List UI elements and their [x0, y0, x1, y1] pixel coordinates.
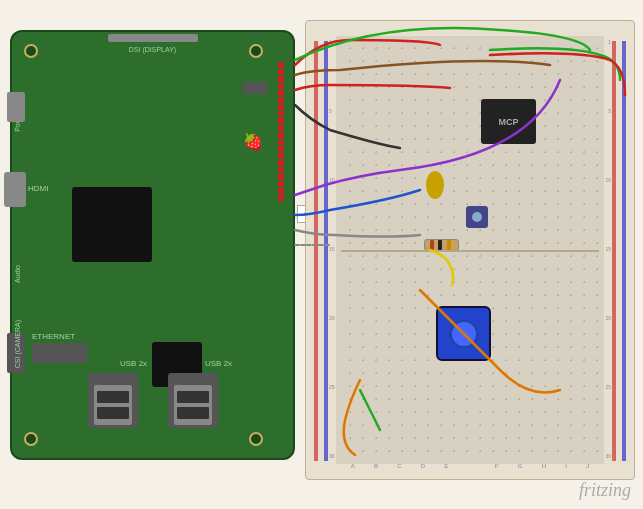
dsi-connector: [108, 34, 198, 42]
usb-port-2: [168, 373, 218, 428]
ethernet-port: [32, 343, 87, 363]
bb-rail-right-blue: [622, 41, 626, 461]
rpi-board: DSI (DISPLAY) Power: [10, 30, 295, 460]
breadboard: 151015202530 151015202530 ABCDE FGHIJ MC…: [305, 20, 635, 480]
bb-center-divider: [341, 250, 599, 252]
blue-comp-knob: [449, 319, 479, 349]
bb-row-nums-left: 151015202530: [329, 39, 335, 459]
sd-slot: [243, 82, 268, 94]
blue-component: [436, 306, 491, 361]
bb-rail-left-red: [314, 41, 318, 461]
bb-row-nums-right: 151015202530: [605, 39, 611, 459]
mount-hole-bl: [24, 432, 38, 446]
bb-rail-left-blue: [324, 41, 328, 461]
mount-hole-tl: [24, 44, 38, 58]
fritzing-watermark: fritzing: [579, 480, 631, 501]
bb-alpha-labels: ABCDE FGHIJ: [341, 463, 599, 469]
mcp-label: MCP: [499, 117, 519, 127]
ethernet-area: ETHERNET: [32, 332, 87, 363]
usb-label-1: USB 2x: [120, 359, 147, 368]
main-container: DSI (DISPLAY) Power: [0, 0, 643, 509]
capacitor: [426, 171, 444, 199]
ethernet-label: ETHERNET: [32, 332, 87, 341]
mcp-chip: MCP: [481, 99, 536, 144]
gpio-strip: [273, 62, 289, 262]
usb-area: [88, 373, 218, 428]
usb-label-2: USB 2x: [205, 359, 232, 368]
bb-rail-right-red: [612, 41, 616, 461]
rpi-cpu-chip: [72, 187, 152, 262]
rpi-logo: 🍓: [243, 132, 263, 152]
power-connector: [7, 92, 25, 122]
dsi-label: DSI (DISPLAY): [129, 46, 176, 53]
potentiometer: [466, 206, 488, 228]
audio-label: Audio: [14, 265, 21, 283]
hdmi-port: [4, 172, 26, 207]
mount-hole-br: [249, 432, 263, 446]
mount-hole-tr: [249, 44, 263, 58]
usb-port-1: [88, 373, 138, 428]
camera-label: CSI (CAMERA): [14, 320, 21, 368]
hdmi-label: HDMI: [28, 184, 48, 193]
